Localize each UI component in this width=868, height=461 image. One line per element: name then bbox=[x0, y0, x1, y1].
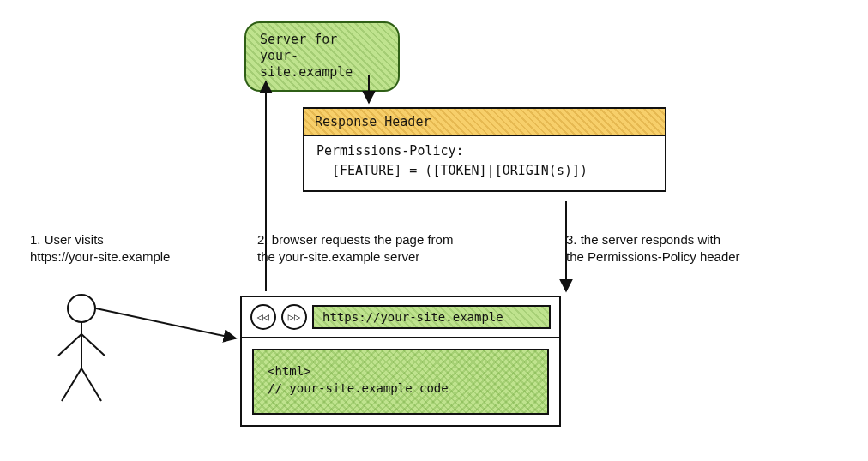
forward-button-icon: ▷▷ bbox=[281, 304, 307, 330]
response-body-line2: [FEATURE] = ([TOKEN]|[ORIGIN(s)]) bbox=[316, 161, 653, 181]
server-box: Server for your-site.example bbox=[244, 21, 400, 92]
response-box: Response Header Permissions-Policy: [FEA… bbox=[303, 107, 666, 192]
svg-line-4 bbox=[62, 368, 81, 401]
response-header-bar: Response Header bbox=[304, 109, 665, 136]
browser-window: ◁◁ ▷▷ https://your-site.example <html> /… bbox=[240, 296, 561, 427]
svg-line-3 bbox=[81, 334, 105, 356]
svg-line-2 bbox=[58, 334, 81, 356]
user-icon bbox=[58, 295, 105, 401]
svg-line-5 bbox=[81, 368, 101, 401]
step-2-caption: 2. browser requests the page from the yo… bbox=[257, 231, 532, 266]
arrow-user-to-browser bbox=[96, 308, 236, 338]
browser-viewport: <html> // your-site.example code bbox=[252, 349, 549, 415]
response-body-line1: Permissions-Policy: bbox=[316, 141, 653, 161]
code-line-1: <html> bbox=[268, 362, 533, 380]
url-text: https://your-site.example bbox=[322, 310, 503, 324]
diagram-canvas: Server for your-site.example Response He… bbox=[0, 0, 868, 461]
back-button-icon: ◁◁ bbox=[250, 304, 276, 330]
url-bar: https://your-site.example bbox=[312, 305, 551, 329]
server-label-line1: Server for bbox=[260, 32, 384, 48]
step-3-caption: 3. the server responds with the Permissi… bbox=[566, 231, 849, 266]
server-label-line2: your-site.example bbox=[260, 48, 384, 81]
step-1-caption: 1. User visits https://your-site.example bbox=[30, 231, 227, 266]
code-line-2: // your-site.example code bbox=[268, 380, 533, 397]
response-header-label: Response Header bbox=[315, 114, 431, 129]
browser-toolbar: ◁◁ ▷▷ https://your-site.example bbox=[242, 297, 559, 338]
response-body: Permissions-Policy: [FEATURE] = ([TOKEN]… bbox=[304, 136, 665, 190]
svg-point-0 bbox=[68, 295, 95, 322]
